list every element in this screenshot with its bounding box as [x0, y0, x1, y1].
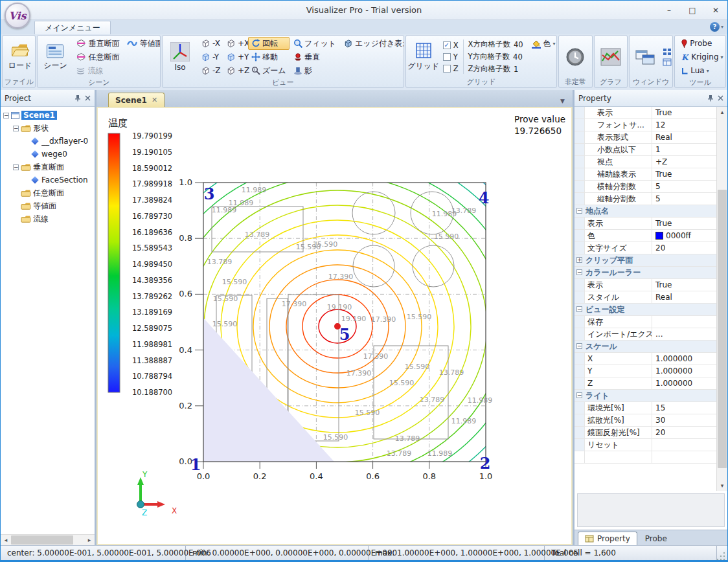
expander-icon[interactable]: − — [576, 306, 582, 312]
prop-value[interactable]: 15 — [652, 402, 716, 414]
panel-close-icon[interactable] — [718, 95, 723, 101]
tree-item-shape-folder[interactable]: −形状 — [1, 122, 95, 135]
view-plus-y-button[interactable]: +Y — [223, 51, 247, 63]
expander-icon[interactable]: − — [3, 113, 9, 118]
prop-group-view-settings[interactable]: −ビュー設定 — [574, 304, 716, 316]
prop-value[interactable]: True — [652, 218, 716, 229]
prop-value[interactable]: 20 — [652, 427, 716, 438]
view-plus-x-button[interactable]: +X — [223, 37, 247, 50]
scroll-up-icon[interactable]: ▴ — [717, 107, 727, 117]
prop-value[interactable]: True — [652, 107, 716, 118]
resize-grip[interactable] — [717, 551, 726, 560]
prop-value[interactable]: Real — [652, 131, 716, 143]
tree-item-dxflayer[interactable]: __dxflayer-0 — [1, 135, 95, 148]
prop-group-color-ruler[interactable]: −カラールーラー — [574, 267, 716, 279]
kriging-button[interactable]: KKriging▾ — [677, 51, 726, 63]
grid-button[interactable]: グリッド — [409, 40, 438, 73]
pan-button[interactable]: 移動 — [248, 51, 290, 63]
prop-value[interactable]: True — [652, 168, 716, 180]
prop-value[interactable] — [652, 439, 716, 451]
close-button[interactable]: ✕ — [704, 2, 727, 19]
tab-main-menu[interactable]: メインメニュー — [34, 21, 111, 34]
expander-icon[interactable]: − — [576, 343, 582, 349]
iso-view-button[interactable]: Iso — [165, 41, 195, 73]
prop-group-clip-plane[interactable]: +クリップ平面 — [574, 254, 716, 267]
graph-button[interactable] — [596, 47, 626, 67]
vertical-section-button[interactable]: 垂直断面 — [73, 37, 122, 50]
tab-probe[interactable]: Probe — [639, 532, 674, 545]
prop-value[interactable]: 1 — [652, 144, 716, 155]
prop-value[interactable]: True — [652, 279, 716, 291]
rotate-button[interactable]: 回転 — [248, 37, 290, 50]
lua-button[interactable]: Lua▾ — [677, 64, 726, 77]
expander-icon[interactable]: − — [13, 164, 19, 170]
tab-scene1[interactable]: Scene1 ✕ — [108, 93, 165, 107]
prop-value[interactable]: ... — [652, 328, 716, 340]
tree-item-isosurface-folder[interactable]: 等値面 — [1, 199, 95, 212]
tree-item-streamline-folder[interactable]: 流線 — [1, 212, 95, 225]
view-minus-y-button[interactable]: -Y — [198, 51, 222, 63]
panel-close-icon[interactable] — [85, 95, 91, 101]
view-plus-z-button[interactable]: +Z — [223, 64, 247, 77]
minimize-button[interactable]: – — [657, 2, 681, 19]
expander-icon[interactable]: − — [13, 126, 19, 131]
grid-axis-check-z[interactable]: Z — [443, 64, 459, 73]
expander-icon[interactable]: − — [576, 269, 582, 275]
isosurface-button[interactable]: 等値面 — [124, 37, 161, 50]
property-vscrollbar[interactable]: ▴ ▾ — [716, 107, 727, 491]
prop-value[interactable]: 1.000000 — [652, 377, 716, 389]
help-button[interactable]: ? — [710, 22, 720, 32]
scrollbar-thumb[interactable] — [718, 190, 727, 468]
scroll-right-icon[interactable]: ▸ — [84, 537, 95, 543]
probe-button[interactable]: Probe — [677, 37, 726, 50]
app-logo-icon[interactable]: Vis — [5, 3, 30, 28]
prop-value[interactable]: 1.000000 — [652, 353, 716, 365]
tree-item-vertical-section-folder[interactable]: −垂直断面 — [1, 161, 95, 174]
expander-icon[interactable]: − — [576, 208, 582, 214]
edged-display-button[interactable]: エッジ付き表示▾ — [340, 37, 404, 50]
prop-value[interactable]: 1.000000 — [652, 365, 716, 377]
pin-icon[interactable] — [707, 95, 714, 102]
maximize-button[interactable]: □ — [681, 2, 704, 19]
window-layout-button[interactable] — [631, 47, 661, 67]
grid-color-button[interactable]: 色 ▾ — [528, 37, 558, 50]
view-minus-x-button[interactable]: -X — [198, 37, 222, 50]
scene-button[interactable]: シーン — [40, 42, 70, 73]
prop-value[interactable]: 5 — [652, 181, 716, 192]
grid-axis-check-y[interactable]: Y — [443, 52, 459, 62]
streamline-button[interactable]: 流線 — [73, 64, 122, 77]
scroll-down-icon[interactable]: ▾ — [717, 480, 727, 491]
prop-value[interactable]: 30 — [652, 414, 716, 426]
load-button[interactable]: ロード — [5, 41, 35, 73]
pin-icon[interactable] — [74, 95, 81, 102]
prop-value[interactable]: Real — [652, 291, 716, 303]
expander-icon[interactable]: + — [576, 257, 582, 263]
grid-count-field-y-count[interactable]: Y方向格子数40 — [468, 52, 523, 62]
prop-value[interactable]: 20 — [652, 242, 716, 254]
expander-icon[interactable]: − — [576, 392, 582, 398]
scrollbar-thumb[interactable] — [11, 535, 73, 545]
transient-button[interactable] — [560, 45, 590, 69]
scroll-left-icon[interactable]: ◂ — [1, 537, 11, 543]
viewport-canvas[interactable]: 温度19.79019919.19010518.59001217.98991817… — [97, 107, 573, 545]
fit-button[interactable]: フィット — [290, 37, 339, 50]
tree-item-wege0[interactable]: wege0 — [1, 148, 95, 161]
vertical-button[interactable]: 垂直 — [290, 51, 329, 63]
prop-value[interactable]: +Z — [652, 156, 716, 168]
window-list-icon[interactable] — [663, 58, 672, 66]
tab-close-icon[interactable]: ✕ — [152, 96, 157, 104]
prop-value[interactable]: 0000ff — [652, 230, 716, 242]
prop-group-scale[interactable]: −スケール — [574, 341, 716, 353]
prop-group-light[interactable]: −ライト — [574, 390, 716, 402]
shadow-button[interactable]: 影 — [290, 64, 329, 77]
arbitrary-section-button[interactable]: 任意断面 — [73, 51, 122, 63]
zoom-button[interactable]: ズーム — [248, 64, 290, 77]
prop-group-point-name[interactable]: −地点名 — [574, 205, 716, 218]
tab-list-dropdown-icon[interactable]: ▼ — [558, 98, 567, 107]
window-tile-icon[interactable] — [663, 48, 672, 56]
view-minus-z-button[interactable]: -Z — [198, 64, 222, 77]
grid-axis-check-x[interactable]: ✓X — [443, 41, 459, 50]
tree-item-arbitrary-section-folder[interactable]: 任意断面 — [1, 186, 95, 199]
prop-value[interactable]: 5 — [652, 193, 716, 205]
prop-value[interactable]: 12 — [652, 119, 716, 131]
